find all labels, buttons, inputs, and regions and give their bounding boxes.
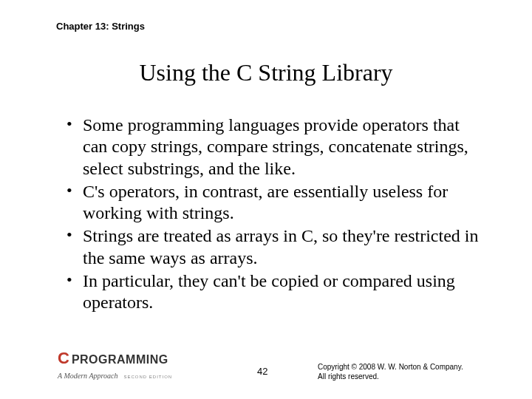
book-logo: C PROGRAMMING A Modern Approach SECOND E… [58,349,205,381]
logo-programming-text: PROGRAMMING [72,353,168,366]
chapter-label: Chapter 13: Strings [56,21,145,32]
slide-title: Using the C String Library [0,59,532,86]
copyright-line-2: All rights reserved. [318,372,495,381]
footer: C PROGRAMMING A Modern Approach SECOND E… [0,352,532,381]
logo-edition: SECOND EDITION [123,375,172,379]
bullet-item: In particular, they can't be copied or c… [66,270,480,314]
logo-subtitle: A Modern Approach [58,372,117,380]
slide-body: Some programming languages provide opera… [66,115,480,315]
bullet-item: Some programming languages provide opera… [66,115,480,180]
bullet-item: Strings are treated as arrays in C, so t… [66,225,480,269]
logo-c-letter: C [58,349,69,368]
logo-top-row: C PROGRAMMING [58,349,205,368]
page-number: 42 [257,366,267,377]
bullet-list: Some programming languages provide opera… [66,115,480,313]
logo-bottom-row: A Modern Approach SECOND EDITION [58,368,205,381]
slide: Chapter 13: Strings Using the C String L… [0,0,532,399]
copyright-line-1: Copyright © 2008 W. W. Norton & Company. [318,362,495,372]
bullet-item: C's operators, in contrast, are essentia… [66,181,480,225]
copyright: Copyright © 2008 W. W. Norton & Company.… [318,362,495,381]
